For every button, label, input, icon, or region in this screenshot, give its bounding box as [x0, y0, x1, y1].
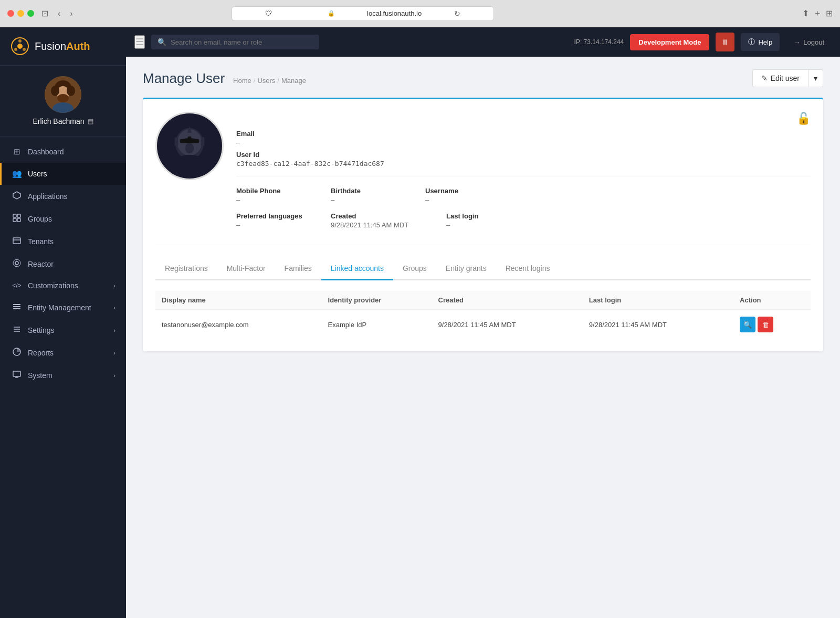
sidebar-logo: FusionAuth	[0, 27, 126, 66]
tab-groups[interactable]: Groups	[393, 258, 436, 280]
sidebar-item-groups[interactable]: Groups	[0, 207, 126, 230]
table-header-row: Display name Identity provider Created L…	[155, 291, 811, 310]
cell-display-name: testanonuser@example.com	[155, 310, 322, 339]
logout-button[interactable]: → Logout	[786, 34, 832, 50]
user-details: 🔓 Email – User Id c3fead85-ca12-4aaf-8	[236, 112, 811, 232]
forward-btn[interactable]: ›	[68, 8, 75, 19]
browser-actions: ⬆ ＋ ⊞	[802, 8, 833, 19]
linked-accounts-table: Display name Identity provider Created L…	[155, 291, 811, 339]
sidebar-toggle-btn[interactable]: ⊡	[39, 7, 50, 19]
tab-multi-factor[interactable]: Multi-Factor	[217, 258, 275, 280]
sidebar-item-label: Reactor	[28, 260, 54, 268]
customizations-icon: </>	[12, 282, 22, 289]
search-bar: 🔍	[151, 35, 319, 49]
search-icon: 🔍	[743, 321, 752, 329]
nav-section: ⊞ Dashboard 👥 Users Applications Groups	[0, 137, 126, 618]
sidebar-item-reports[interactable]: Reports ›	[0, 341, 126, 364]
languages-created-login-row: Preferred languages – Created 9/28/2021 …	[236, 212, 811, 229]
grid-btn[interactable]: ⊞	[826, 8, 833, 19]
minimize-dot[interactable]	[17, 10, 24, 17]
sidebar-item-users[interactable]: 👥 Users	[0, 163, 126, 185]
sidebar-item-applications[interactable]: Applications	[0, 185, 126, 207]
col-action: Action	[733, 291, 811, 310]
last-login-value: –	[446, 221, 520, 229]
pause-button[interactable]: ⏸	[716, 33, 734, 51]
view-button[interactable]: 🔍	[740, 317, 755, 332]
maximize-dot[interactable]	[27, 10, 34, 17]
menu-toggle-btn[interactable]: ☰	[134, 35, 145, 49]
birthdate-value: –	[331, 196, 404, 204]
tab-recent-logins[interactable]: Recent logins	[496, 258, 560, 280]
preferred-languages-label: Preferred languages	[236, 212, 310, 220]
sidebar-item-settings[interactable]: Settings ›	[0, 319, 126, 341]
dev-mode-button[interactable]: Development Mode	[630, 34, 709, 50]
edit-user-main-btn[interactable]: ✎ Edit user	[752, 69, 808, 87]
page-title: Manage User	[143, 70, 225, 87]
shield-icon: 🛡	[238, 9, 298, 17]
svg-marker-12	[13, 192, 20, 199]
browser-dots	[7, 10, 34, 17]
username-label: Username	[425, 187, 499, 195]
cell-last-login: 9/28/2021 11:45 AM MDT	[583, 310, 733, 339]
pause-icon: ⏸	[721, 38, 729, 46]
tab-entity-grants[interactable]: Entity grants	[436, 258, 496, 280]
svg-rect-23	[13, 304, 20, 305]
avatar	[45, 76, 81, 113]
app-container: FusionAuth	[0, 27, 840, 618]
linked-accounts-table-container: Display name Identity provider Created L…	[155, 291, 811, 339]
main-content: ☰ 🔍 IP: 73.14.174.244 Development Mode ⏸…	[126, 27, 840, 618]
delete-button[interactable]: 🗑	[758, 317, 773, 332]
groups-icon	[12, 214, 22, 224]
birthdate-field: Birthdate –	[331, 187, 404, 204]
search-input[interactable]	[171, 38, 313, 46]
sidebar-item-label: Users	[28, 170, 47, 178]
svg-rect-44	[174, 158, 205, 172]
close-dot[interactable]	[7, 10, 14, 17]
created-label: Created	[331, 212, 425, 220]
tab-registrations[interactable]: Registrations	[155, 258, 217, 280]
sidebar-item-label: Groups	[28, 215, 52, 223]
page-title-section: Manage User Home / Users / Manage	[143, 70, 306, 87]
tenants-icon	[12, 236, 22, 246]
tab-families[interactable]: Families	[275, 258, 321, 280]
svg-point-10	[67, 86, 75, 96]
address-bar[interactable]: 🛡 🔒 local.fusionauth.io ↻	[232, 6, 494, 21]
svg-rect-14	[17, 214, 20, 217]
help-button[interactable]: ⓘ Help	[741, 33, 780, 51]
sidebar-item-dashboard[interactable]: ⊞ Dashboard	[0, 141, 126, 163]
user-card-top: 🔓 Email – User Id c3fead85-ca12-4aaf-8	[155, 112, 811, 245]
sidebar-item-system[interactable]: System ›	[0, 364, 126, 386]
mobile-birthdate-username-row: Mobile Phone – Birthdate – Username –	[236, 187, 811, 204]
action-buttons: 🔍 🗑	[740, 317, 804, 332]
sidebar-item-entity-management[interactable]: Entity Management ›	[0, 296, 126, 319]
search-icon: 🔍	[158, 38, 166, 46]
sidebar-item-reactor[interactable]: Reactor	[0, 253, 126, 275]
new-tab-btn[interactable]: ＋	[813, 8, 822, 19]
edit-user-button-group: ✎ Edit user ▾	[752, 69, 823, 87]
svg-point-8	[57, 94, 69, 102]
svg-rect-41	[175, 137, 178, 146]
preferred-languages-value: –	[236, 221, 310, 229]
breadcrumb-home[interactable]: Home	[233, 77, 251, 85]
svg-point-9	[51, 86, 59, 96]
last-login-label: Last login	[446, 212, 520, 220]
sidebar-item-customizations[interactable]: </> Customizations ›	[0, 275, 126, 296]
username-field: Username –	[425, 187, 499, 204]
col-identity-provider: Identity provider	[322, 291, 432, 310]
sidebar-item-label: Applications	[28, 192, 68, 201]
mobile-phone-field: Mobile Phone –	[236, 187, 310, 204]
sidebar-item-label: Settings	[28, 326, 55, 334]
back-btn[interactable]: ‹	[56, 8, 62, 19]
svg-rect-24	[13, 306, 20, 307]
edit-user-dropdown-btn[interactable]: ▾	[808, 69, 823, 87]
sidebar-item-tenants[interactable]: Tenants	[0, 230, 126, 253]
preferred-languages-field: Preferred languages –	[236, 212, 310, 229]
last-login-field: Last login –	[446, 212, 520, 229]
page-header: Manage User Home / Users / Manage ✎ Edit…	[143, 69, 823, 87]
tab-linked-accounts[interactable]: Linked accounts	[321, 258, 393, 280]
sidebar-item-label: Dashboard	[28, 148, 64, 156]
share-btn[interactable]: ⬆	[802, 8, 809, 19]
breadcrumb-users[interactable]: Users	[257, 77, 275, 85]
reload-icon[interactable]: ↻	[427, 9, 487, 18]
mobile-phone-label: Mobile Phone	[236, 187, 310, 195]
